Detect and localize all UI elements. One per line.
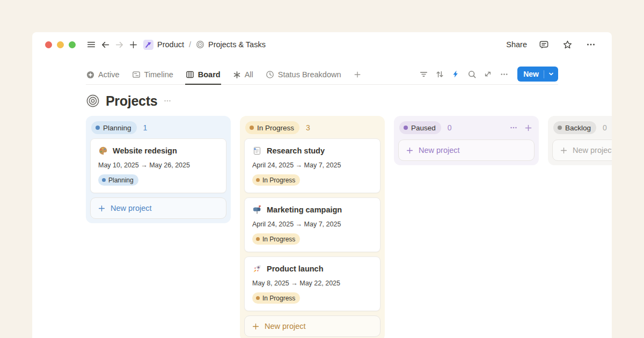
status-dot [558,126,562,130]
card-title: Website redesign [113,146,177,155]
forward-arrow-icon[interactable] [112,38,126,52]
breadcrumb-page[interactable]: Projects & Tasks [208,40,266,49]
column-count: 1 [143,123,148,132]
card-status-tag: In Progress [252,233,300,245]
status-tag-label: Backlog [565,124,591,132]
status-tag-label: In Progress [257,124,294,132]
status-dot [250,126,254,130]
card-status-label: Planning [108,177,134,184]
sort-icon[interactable] [433,67,447,81]
new-project-button-in-progress[interactable]: New project [244,315,380,337]
column-paused: Paused 0 New project [394,116,539,165]
more-options-icon[interactable] [584,38,598,52]
new-project-label: New project [265,322,306,330]
tab-all-label: All [245,70,253,79]
card-date-range: May 10, 2025 → May 26, 2025 [98,161,218,169]
topbar-actions: Share [506,38,598,52]
tab-timeline[interactable]: Timeline [131,70,174,85]
status-dot [404,126,408,130]
status-tag-label: Planning [103,124,131,132]
automations-bolt-icon[interactable] [449,67,463,81]
tab-active[interactable]: Active [86,70,120,85]
card-title: Product launch [267,264,324,273]
project-card-website-redesign[interactable]: Website redesign May 10, 2025 → May 26, … [90,138,226,193]
zoom-window-button[interactable] [69,41,76,48]
projects-bullseye-icon [86,94,100,108]
view-more-icon[interactable] [497,67,511,81]
new-project-button-planning[interactable]: New project [90,197,226,219]
tab-all[interactable]: All [232,70,254,85]
card-date-range: May 8, 2025 → May 22, 2025 [252,280,372,287]
add-view-button[interactable] [353,70,362,85]
column-paused-header[interactable]: Paused 0 [398,120,535,135]
project-card-product-launch[interactable]: Product launch May 8, 2025 → May 22, 202… [244,256,380,311]
status-tag-in-progress[interactable]: In Progress [245,121,299,134]
status-dot [96,126,100,130]
back-arrow-icon[interactable] [98,38,112,52]
card-title: Research study [267,146,325,155]
comments-icon[interactable] [537,38,551,52]
tab-active-label: Active [98,70,120,79]
card-status-tag: In Progress [252,174,300,186]
search-icon[interactable] [465,67,479,81]
app-window: Product / Projects & Tasks Share Active [32,32,612,338]
tab-timeline-label: Timeline [144,70,173,79]
new-page-plus-icon[interactable] [126,38,140,52]
card-date-range: April 24, 2025 → May 7, 2025 [252,161,372,169]
column-count: 3 [306,123,310,132]
column-more-icon[interactable] [509,123,518,132]
breadcrumb: Product / Projects & Tasks [143,40,266,50]
share-button[interactable]: Share [506,40,527,49]
card-title: Marketing campaign [267,205,342,214]
column-add-icon[interactable] [524,124,532,132]
favorite-star-icon[interactable] [560,38,574,52]
card-status-label: In Progress [262,177,295,184]
column-backlog: Backlog 0 New project [548,116,612,165]
status-tag-backlog[interactable]: Backlog [553,121,596,134]
status-tag-planning[interactable]: Planning [91,121,137,134]
new-button-label: New [517,70,544,78]
tab-status-breakdown-label: Status Breakdown [278,70,341,79]
status-tag-label: Paused [411,124,436,132]
minimize-window-button[interactable] [57,41,64,48]
tab-board[interactable]: Board [185,70,221,85]
close-window-button[interactable] [45,41,52,48]
expand-view-icon[interactable] [481,67,495,81]
palette-emoji-icon [98,146,108,156]
breadcrumb-workspace[interactable]: Product [157,40,184,49]
kanban-board: Planning 1 Website redesign May 10, 2025… [32,116,612,338]
new-button[interactable]: New [517,67,558,82]
column-backlog-header[interactable]: Backlog 0 [552,120,612,135]
project-card-research-study[interactable]: Research study April 24, 2025 → May 7, 2… [244,138,380,193]
card-status-label: In Progress [262,236,295,243]
column-planning-header[interactable]: Planning 1 [90,120,226,135]
new-project-label: New project [573,146,612,155]
status-dot [256,237,260,241]
column-count: 0 [448,123,452,132]
page-header: Projects [86,92,558,109]
rocket-emoji-icon [252,264,262,274]
window-topbar: Product / Projects & Tasks Share [32,32,612,57]
status-tag-paused[interactable]: Paused [399,121,441,134]
card-status-tag: Planning [98,174,138,186]
new-project-button-backlog[interactable]: New project [552,139,612,161]
status-dot [256,296,260,300]
new-button-chevron-down-icon[interactable] [544,71,558,77]
sidebar-menu-icon[interactable] [84,38,98,52]
page-bullseye-icon [196,40,204,49]
view-tab-bar: Active Timeline Board All Status Breakdo… [86,67,558,85]
column-planning: Planning 1 Website redesign May 10, 2025… [86,116,231,223]
bookmark-tabs-emoji-icon [252,146,262,156]
card-status-tag: In Progress [252,292,300,304]
workspace-logo-icon[interactable] [143,40,153,50]
page-title: Projects [106,93,157,109]
new-project-label: New project [111,204,152,212]
new-project-button-paused[interactable]: New project [398,139,535,161]
project-card-marketing-campaign[interactable]: Marketing campaign April 24, 2025 → May … [244,197,380,252]
column-in-progress-header[interactable]: In Progress 3 [244,120,380,135]
title-more-icon[interactable] [163,97,172,105]
tab-status-breakdown[interactable]: Status Breakdown [265,70,342,85]
new-project-label: New project [419,146,460,155]
card-date-range: April 24, 2025 → May 7, 2025 [252,221,372,228]
filter-icon[interactable] [416,67,430,81]
